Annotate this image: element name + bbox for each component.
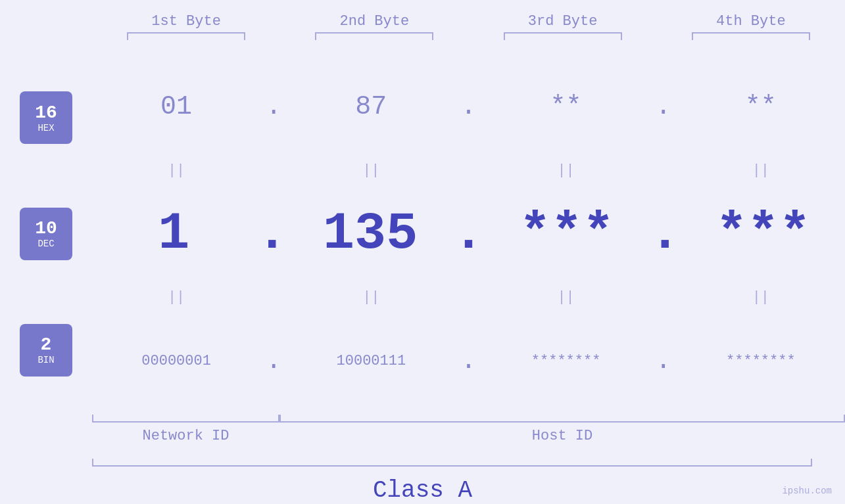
eq2-b1: ||	[92, 289, 260, 306]
dec-b2-cell: 135	[289, 204, 452, 263]
bin-b4-cell: ********	[677, 353, 845, 369]
hex-b1-cell: 01	[92, 92, 260, 122]
dec-row: 1 . 135 . *** . ***	[92, 180, 845, 287]
dec-b2: 135	[323, 204, 418, 263]
hex-b4-cell: **	[677, 92, 845, 122]
bracket-cell-1	[92, 32, 280, 40]
byte1-header: 1st Byte	[92, 13, 280, 30]
dec-badge: 10 DEC	[20, 208, 72, 260]
bin-b1-cell: 00000001	[92, 353, 260, 369]
hex-sep2: .	[456, 92, 482, 122]
bracket-cell-4	[657, 32, 845, 40]
hex-dot3: .	[656, 92, 671, 122]
bin-b3-cell: ********	[482, 353, 650, 369]
bin-b3: ********	[531, 353, 601, 369]
eq1-b4: ||	[677, 162, 845, 179]
dec-dot3: .	[649, 204, 681, 263]
dec-b4: ***	[716, 204, 811, 263]
bracket-cell-2	[280, 32, 468, 40]
host-bracket	[279, 415, 845, 423]
dec-badge-label: DEC	[37, 239, 54, 249]
bin-dot1: .	[266, 346, 281, 376]
hex-b3: **	[550, 92, 582, 122]
eq2-b3: ||	[482, 289, 650, 306]
bin-dot2: .	[460, 346, 476, 376]
eq1-b3: ||	[482, 162, 650, 179]
bin-sep3: .	[650, 346, 677, 376]
hex-sep1: .	[260, 92, 287, 122]
dec-b3-cell: ***	[485, 204, 649, 263]
hex-b2-cell: 87	[287, 92, 455, 122]
hex-b1: 01	[160, 92, 192, 122]
bin-row: 00000001 . 10000111 . ******** .	[92, 308, 845, 415]
content-area: 16 HEX 10 DEC 2 BIN 01 .	[0, 53, 845, 415]
bin-dot3: .	[656, 346, 671, 376]
hex-badge-num: 16	[35, 103, 57, 123]
bin-badge: 2 BIN	[20, 324, 72, 377]
equals-row-2: || || || ||	[92, 288, 845, 308]
header-row: 1st Byte 2nd Byte 3rd Byte 4th Byte	[0, 0, 845, 30]
byte3-header: 3rd Byte	[469, 13, 657, 30]
dec-badge-num: 10	[35, 218, 57, 239]
eq1-b1: ||	[92, 162, 260, 179]
class-label: Class A	[0, 477, 845, 504]
hex-b2: 87	[355, 92, 387, 122]
dec-dot3-cell: .	[648, 204, 681, 263]
bottom-section: Network ID Host ID	[0, 415, 845, 451]
bin-badge-label: BIN	[37, 355, 54, 365]
bin-badge-num: 2	[41, 334, 52, 355]
outer-bracket	[92, 459, 812, 467]
dec-b3: ***	[519, 204, 614, 263]
main-container: 1st Byte 2nd Byte 3rd Byte 4th Byte 16 H…	[0, 0, 845, 504]
bracket-3	[504, 32, 622, 40]
eq2-b4: ||	[677, 289, 845, 306]
dec-dot2: .	[452, 204, 484, 263]
hex-b4: **	[745, 92, 777, 122]
dec-b1-cell: 1	[92, 204, 256, 263]
hex-row: 01 . 87 . ** . **	[92, 53, 845, 160]
eq2-b2: ||	[287, 289, 455, 306]
id-label-row: Network ID Host ID	[92, 428, 845, 444]
bin-b4: ********	[726, 353, 796, 369]
host-id-label: Host ID	[279, 428, 845, 444]
bracket-2	[315, 32, 433, 40]
bracket-1	[127, 32, 245, 40]
dec-dot1: .	[256, 204, 288, 263]
bottom-bracket-container	[92, 415, 845, 423]
bin-b1: 00000001	[141, 353, 211, 369]
hex-b3-cell: **	[482, 92, 650, 122]
eq1-b2: ||	[287, 162, 455, 179]
outer-bracket-row	[92, 459, 845, 467]
byte4-header: 4th Byte	[657, 13, 845, 30]
bin-sep1: .	[260, 346, 287, 376]
dec-b4-cell: ***	[681, 204, 845, 263]
byte2-header: 2nd Byte	[280, 13, 468, 30]
top-bracket-row	[0, 32, 845, 40]
watermark: ipshu.com	[782, 486, 832, 496]
dec-dot1-cell: .	[256, 204, 289, 263]
bracket-4	[692, 32, 810, 40]
hex-sep3: .	[650, 92, 677, 122]
hex-dot2: .	[460, 92, 476, 122]
hex-badge: 16 HEX	[20, 91, 72, 144]
bin-sep2: .	[456, 346, 482, 376]
hex-dot1: .	[266, 92, 281, 122]
data-area: 01 . 87 . ** . **	[92, 53, 845, 415]
bin-b2-cell: 10000111	[287, 353, 455, 369]
network-id-label: Network ID	[92, 428, 279, 444]
bin-b2: 10000111	[337, 353, 406, 369]
label-column: 16 HEX 10 DEC 2 BIN	[0, 53, 92, 415]
hex-badge-label: HEX	[37, 123, 54, 133]
dec-b1: 1	[158, 204, 189, 263]
network-bracket	[92, 415, 279, 423]
dec-dot2-cell: .	[452, 204, 485, 263]
bracket-cell-3	[469, 32, 657, 40]
equals-row-1: || || || ||	[92, 160, 845, 180]
